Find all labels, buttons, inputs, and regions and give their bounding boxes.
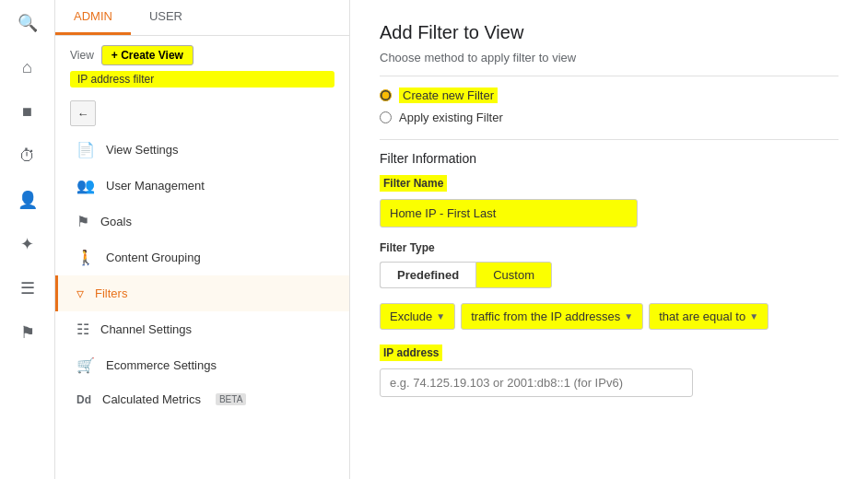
- flag-icon[interactable]: ⚑: [14, 319, 41, 346]
- filter-name-label: Filter Name: [380, 175, 447, 192]
- tab-user[interactable]: USER: [131, 0, 201, 35]
- clock-icon[interactable]: ⏱: [14, 142, 41, 169]
- nav-label-calculated-metrics: Calculated Metrics: [102, 392, 201, 406]
- view-row: View + Create View: [55, 36, 349, 69]
- ip-address-group: IP address: [380, 345, 839, 397]
- ip-filter-badge: IP address filter: [70, 71, 334, 88]
- create-view-button[interactable]: + Create View: [101, 45, 194, 65]
- sidebar-item-content-grouping[interactable]: 🚶 Content Grouping: [55, 240, 349, 275]
- nav-label-user-management: User Management: [106, 179, 205, 193]
- branch-icon[interactable]: ✦: [14, 230, 41, 258]
- walk-icon: 🚶: [76, 249, 95, 266]
- sidebar-item-filters[interactable]: ▿ Filters: [55, 275, 349, 311]
- home-icon[interactable]: ⌂: [14, 53, 41, 81]
- radio-apply-existing[interactable]: [380, 111, 392, 123]
- filter-icon: ▿: [76, 285, 84, 302]
- ip-address-label: IP address: [380, 345, 442, 361]
- sidebar-item-user-management[interactable]: 👥 User Management: [55, 168, 349, 204]
- equal-to-label: that are equal to: [659, 310, 745, 323]
- nav-label-goals: Goals: [100, 215, 132, 228]
- radio-apply-existing-label: Apply existing Filter: [399, 111, 503, 124]
- traffic-arrow-icon: ▼: [624, 311, 633, 321]
- sidebar-item-view-settings[interactable]: 📄 View Settings: [55, 132, 349, 168]
- back-button[interactable]: ←: [70, 100, 96, 126]
- exclude-dropdown[interactable]: Exclude ▼: [380, 303, 455, 330]
- filter-type-label: Filter Type: [380, 241, 435, 254]
- sidebar-item-calculated-metrics[interactable]: Dd Calculated Metrics BETA: [55, 383, 349, 415]
- predefined-button[interactable]: Predefined: [380, 262, 475, 288]
- nav-label-channel-settings: Channel Settings: [100, 322, 192, 336]
- goal-flag-icon: ⚑: [76, 213, 89, 230]
- calc-icon: Dd: [76, 393, 91, 406]
- filter-type-buttons: Predefined Custom: [380, 262, 839, 288]
- doc-icon: 📄: [76, 141, 95, 158]
- nav-label-content-grouping: Content Grouping: [106, 251, 201, 264]
- radio-create-new[interactable]: [380, 89, 392, 101]
- sidebar-item-ecommerce-settings[interactable]: 🛒 Ecommerce Settings: [55, 347, 349, 383]
- filter-info-title: Filter Information: [380, 151, 839, 166]
- search-icon[interactable]: 🔍: [14, 9, 41, 37]
- radio-create-new-row: Create new Filter: [380, 88, 839, 103]
- tab-admin[interactable]: ADMIN: [55, 0, 131, 35]
- custom-button[interactable]: Custom: [475, 262, 552, 288]
- tab-bar: ADMIN USER: [55, 0, 349, 36]
- main-content: Add Filter to View Choose method to appl…: [350, 0, 868, 479]
- ip-address-input[interactable]: [380, 368, 693, 397]
- filter-type-group: Filter Type Predefined Custom: [380, 240, 839, 288]
- beta-badge: BETA: [216, 393, 246, 405]
- equal-to-dropdown[interactable]: that are equal to ▼: [649, 303, 768, 330]
- filter-method-group: Create new Filter Apply existing Filter: [380, 88, 839, 124]
- filter-condition-row: Exclude ▼ traffic from the IP addresses …: [380, 303, 839, 330]
- nav-label-ecommerce-settings: Ecommerce Settings: [106, 358, 217, 372]
- filter-name-field-group: Filter Name: [380, 175, 839, 228]
- report-icon[interactable]: ☰: [14, 275, 41, 302]
- choose-method-label: Choose method to apply filter to view: [380, 51, 839, 64]
- grid-icon[interactable]: ■: [14, 98, 41, 125]
- page-title: Add Filter to View: [380, 22, 839, 43]
- sidebar: ADMIN USER View + Create View IP address…: [55, 0, 350, 479]
- exclude-arrow-icon: ▼: [436, 311, 445, 321]
- nav-label-view-settings: View Settings: [106, 143, 179, 157]
- nav-label-filters: Filters: [95, 286, 127, 300]
- sidebar-item-channel-settings[interactable]: ☷ Channel Settings: [55, 311, 349, 347]
- icon-bar: 🔍 ⌂ ■ ⏱ 👤 ✦ ☰ ⚑: [0, 0, 55, 479]
- sidebar-item-goals[interactable]: ⚑ Goals: [55, 204, 349, 240]
- radio-apply-existing-row: Apply existing Filter: [380, 111, 839, 124]
- people-icon: 👥: [76, 177, 95, 194]
- traffic-dropdown[interactable]: traffic from the IP addresses ▼: [461, 303, 643, 330]
- filter-name-input[interactable]: [380, 199, 638, 228]
- radio-create-new-label: Create new Filter: [399, 88, 498, 103]
- exclude-label: Exclude: [390, 310, 432, 323]
- view-label: View: [70, 49, 94, 62]
- channel-icon: ☷: [76, 321, 89, 338]
- cart-icon: 🛒: [76, 356, 95, 374]
- person-icon[interactable]: 👤: [14, 186, 41, 214]
- equal-to-arrow-icon: ▼: [749, 311, 758, 321]
- traffic-label: traffic from the IP addresses: [471, 310, 620, 323]
